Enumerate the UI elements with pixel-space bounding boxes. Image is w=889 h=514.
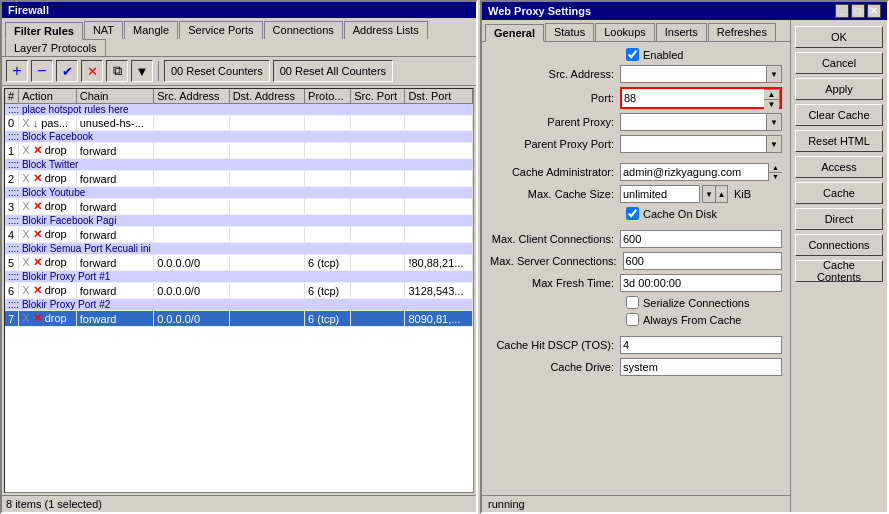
- parent-proxy-input[interactable]: [620, 113, 766, 131]
- reset-html-button[interactable]: Reset HTML: [795, 130, 883, 152]
- col-src-port: Src. Port: [351, 89, 405, 104]
- src-address-label: Src. Address:: [490, 68, 620, 80]
- max-client-conn-input[interactable]: [620, 230, 782, 248]
- reset-counters-button[interactable]: 00 Reset Counters: [164, 60, 270, 82]
- filter-button[interactable]: ▼: [131, 60, 153, 82]
- tab-address-lists[interactable]: Address Lists: [344, 21, 428, 39]
- table-row[interactable]: 7X ✕ dropforward0.0.0.0/06 (tcp)8090,81,…: [5, 311, 473, 327]
- max-server-conn-row: Max. Server Connections:: [490, 252, 782, 270]
- port-up[interactable]: ▲: [764, 90, 779, 100]
- apply-button[interactable]: Apply: [795, 78, 883, 100]
- port-down[interactable]: ▼: [764, 100, 779, 109]
- proxy-status: running: [482, 495, 790, 512]
- disable-button[interactable]: ✕: [81, 60, 103, 82]
- cache-on-disk-label: Cache On Disk: [643, 208, 717, 220]
- enable-button[interactable]: ✔: [56, 60, 78, 82]
- cache-contents-button[interactable]: Cache Contents: [795, 260, 883, 282]
- cache-button[interactable]: Cache: [795, 182, 883, 204]
- col-proto: Proto...: [305, 89, 351, 104]
- proxy-title: Web Proxy Settings: [488, 5, 591, 17]
- parent-proxy-port-label: Parent Proxy Port:: [490, 138, 620, 150]
- proxy-tab-inserts[interactable]: Inserts: [656, 23, 707, 41]
- max-cache-size-input[interactable]: [620, 185, 700, 203]
- cache-hit-dscp-row: Cache Hit DSCP (TOS):: [490, 336, 782, 354]
- max-cache-size-label: Max. Cache Size:: [490, 188, 620, 200]
- tab-connections[interactable]: Connections: [264, 21, 343, 39]
- parent-proxy-row: Parent Proxy: ▼: [490, 113, 782, 131]
- reset-all-counters-button[interactable]: 00 Reset All Counters: [273, 60, 393, 82]
- cache-on-disk-checkbox[interactable]: [626, 207, 639, 220]
- copy-button[interactable]: ⧉: [106, 60, 128, 82]
- proxy-tab-refreshes[interactable]: Refreshes: [708, 23, 776, 41]
- max-client-conn-label: Max. Client Connections:: [490, 233, 620, 245]
- cache-size-field: ▼ ▲ KiB: [620, 185, 782, 203]
- cache-drive-label: Cache Drive:: [490, 361, 620, 373]
- tab-mangle[interactable]: Mangle: [124, 21, 178, 39]
- table-row[interactable]: 3X ✕ dropforward: [5, 199, 473, 215]
- src-address-dropdown[interactable]: ▼: [766, 65, 782, 83]
- firewall-table-area: # Action Chain Src. Address Dst. Address…: [4, 88, 474, 493]
- cache-admin-scroll[interactable]: ▲ ▼: [768, 163, 782, 181]
- remove-button[interactable]: −: [31, 60, 53, 82]
- proxy-right-buttons: OK Cancel Apply Clear Cache Reset HTML A…: [791, 20, 887, 512]
- table-row[interactable]: 4X ✕ dropforward: [5, 227, 473, 243]
- tab-layer7[interactable]: Layer7 Protocols: [5, 39, 106, 56]
- parent-proxy-dropdown[interactable]: ▼: [766, 113, 782, 131]
- serialize-conn-checkbox[interactable]: [626, 296, 639, 309]
- proxy-content: General Status Lookups Inserts Refreshes…: [482, 20, 887, 512]
- proxy-tab-status[interactable]: Status: [545, 23, 594, 41]
- proxy-tab-general[interactable]: General: [485, 24, 544, 42]
- col-chain: Chain: [76, 89, 153, 104]
- cache-size-down[interactable]: ▼: [703, 186, 715, 202]
- cache-size-unit: KiB: [734, 188, 751, 200]
- max-fresh-time-input[interactable]: [620, 274, 782, 292]
- firewall-toolbar: + − ✔ ✕ ⧉ ▼ 00 Reset Counters 00 Reset A…: [2, 57, 476, 86]
- proxy-tab-lookups[interactable]: Lookups: [595, 23, 655, 41]
- table-row[interactable]: 6X ✕ dropforward0.0.0.0/06 (tcp)3128,543…: [5, 283, 473, 299]
- add-button[interactable]: +: [6, 60, 28, 82]
- parent-proxy-label: Parent Proxy:: [490, 116, 620, 128]
- access-button[interactable]: Access: [795, 156, 883, 178]
- parent-proxy-port-row: Parent Proxy Port: ▼: [490, 135, 782, 153]
- cache-hit-dscp-input[interactable]: [620, 336, 782, 354]
- max-client-conn-row: Max. Client Connections:: [490, 230, 782, 248]
- cache-admin-label: Cache Administrator:: [490, 166, 620, 178]
- clear-cache-button[interactable]: Clear Cache: [795, 104, 883, 126]
- tab-service-ports[interactable]: Service Ports: [179, 21, 262, 39]
- table-row[interactable]: 0X ↓ pas...unused-hs-...: [5, 116, 473, 131]
- tab-filter-rules[interactable]: Filter Rules: [5, 22, 83, 40]
- proxy-form: Enabled Src. Address: ▼ Port:: [482, 42, 790, 495]
- tab-nat[interactable]: NAT: [84, 21, 123, 39]
- cache-drive-input[interactable]: [620, 358, 782, 376]
- col-src-address: Src. Address: [154, 89, 229, 104]
- cache-admin-input[interactable]: [620, 163, 782, 181]
- connections-button[interactable]: Connections: [795, 234, 883, 256]
- table-row[interactable]: 1X ✕ dropforward: [5, 143, 473, 159]
- cache-size-up[interactable]: ▲: [715, 186, 727, 202]
- ok-button[interactable]: OK: [795, 26, 883, 48]
- minimize-button[interactable]: _: [835, 4, 849, 18]
- parent-proxy-port-input[interactable]: [620, 135, 766, 153]
- close-button[interactable]: ✕: [867, 4, 881, 18]
- table-row[interactable]: 5X ✕ dropforward0.0.0.0/06 (tcp)!80,88,2…: [5, 255, 473, 271]
- enabled-checkbox[interactable]: [626, 48, 639, 61]
- max-server-conn-input[interactable]: [623, 252, 782, 270]
- always-from-cache-checkbox[interactable]: [626, 313, 639, 326]
- port-input[interactable]: [622, 89, 764, 107]
- table-row[interactable]: 2X ✕ dropforward: [5, 171, 473, 187]
- port-label: Port:: [490, 92, 620, 104]
- parent-proxy-field: ▼: [620, 113, 782, 131]
- cancel-button[interactable]: Cancel: [795, 52, 883, 74]
- table-separator: :::: Blokir Semua Port Kecuali ini: [5, 243, 473, 255]
- direct-button[interactable]: Direct: [795, 208, 883, 230]
- proxy-tab-bar: General Status Lookups Inserts Refreshes: [482, 20, 790, 42]
- maximize-button[interactable]: □: [851, 4, 865, 18]
- table-separator: :::: place hotspot rules here: [5, 104, 473, 116]
- col-num: #: [5, 89, 19, 104]
- port-spinner: ▲ ▼: [764, 89, 780, 107]
- proxy-title-bar: Web Proxy Settings _ □ ✕: [482, 2, 887, 20]
- max-server-conn-label: Max. Server Connections:: [490, 255, 623, 267]
- parent-proxy-port-dropdown[interactable]: ▼: [766, 135, 782, 153]
- src-address-input[interactable]: [620, 65, 766, 83]
- table-separator: :::: Block Twitter: [5, 159, 473, 171]
